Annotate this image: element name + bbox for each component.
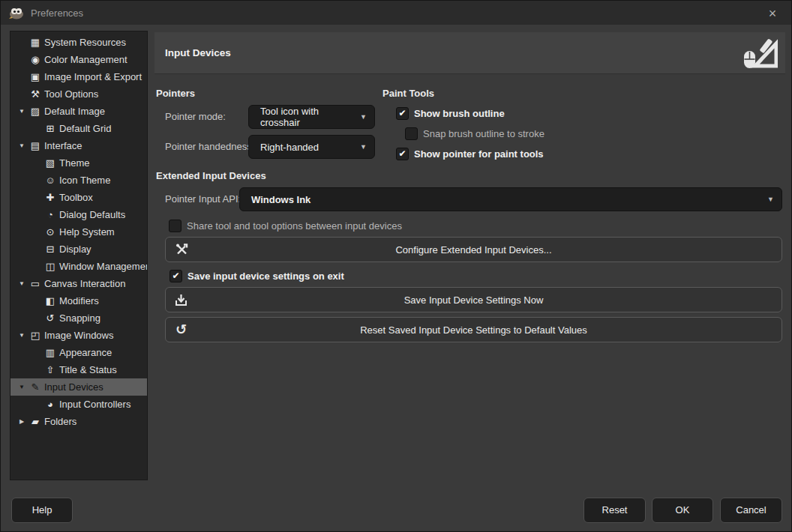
- sidebar-item-theme[interactable]: ▧Theme: [10, 154, 147, 172]
- sidebar-item-modifiers[interactable]: ◧Modifiers: [10, 292, 147, 309]
- sidebar-item-appearance[interactable]: ▥Appearance: [10, 344, 147, 361]
- toolbox-icon: ✚: [44, 189, 57, 206]
- button-label: Reset Saved Input Device Settings to Def…: [360, 324, 587, 336]
- pointer-mode-value: Tool icon with crosshair: [260, 106, 354, 128]
- check-icon: ✔: [398, 149, 406, 158]
- sidebar-item-label: System Resources: [44, 34, 126, 51]
- pointer-input-api-label: Pointer Input API:: [165, 187, 241, 211]
- sidebar-item-label: Color Management: [44, 51, 128, 68]
- pointer-mode-label: Pointer mode:: [165, 105, 226, 129]
- checkbox-label: Show brush outline: [414, 108, 505, 119]
- sidebar-item-label: Theme: [59, 154, 89, 172]
- sidebar-item-snapping[interactable]: ↺Snapping: [10, 309, 147, 327]
- checkbox-label: Share tool and tool options between inpu…: [187, 220, 402, 232]
- display-icon: ⊟: [44, 241, 57, 258]
- sidebar-item-label: Dialog Defaults: [59, 206, 125, 223]
- checkbox-label: Save input device settings on exit: [188, 270, 344, 282]
- sidebar-list: ▦System Resources◉Color Management▣Image…: [10, 34, 147, 430]
- preferences-category-list: ▦System Resources◉Color Management▣Image…: [10, 31, 148, 480]
- close-icon[interactable]: ×: [764, 5, 781, 22]
- help-button[interactable]: Help: [11, 498, 73, 523]
- sidebar-item-window-management[interactable]: ◫Window Management: [10, 258, 147, 275]
- check-icon: ✔: [172, 271, 179, 280]
- preferences-window: Preferences × ▦System Resources◉Color Ma…: [0, 0, 792, 532]
- sidebar-item-input-controllers[interactable]: ◕Input Controllers: [10, 396, 147, 413]
- sidebar-item-label: Window Management: [59, 258, 148, 275]
- expander-right-icon[interactable]: ▶: [15, 413, 28, 430]
- theme-icon: ▧: [44, 154, 57, 172]
- checkbox-snap-brush-outline[interactable]: ✔ Snap brush outline to stroke: [405, 126, 544, 141]
- checkbox-show-pointer-paint-tools[interactable]: ✔ Show pointer for paint tools: [396, 146, 544, 161]
- reset-icon: ↺: [176, 321, 187, 338]
- checkbox-share-tool-options[interactable]: ✔ Share tool and tool options between in…: [169, 218, 402, 233]
- checkbox-box[interactable]: ✔: [396, 148, 409, 160]
- sidebar-item-dialog-defaults[interactable]: ◔Dialog Defaults: [10, 206, 147, 223]
- reset-saved-input-device-settings-button[interactable]: ↺ Reset Saved Input Device Settings to D…: [165, 317, 782, 342]
- button-label: Configure Extended Input Devices...: [395, 244, 551, 256]
- tools-icon: [176, 244, 188, 256]
- sidebar-item-folders[interactable]: ▶▰Folders: [10, 413, 147, 430]
- image-import-export-icon: ▣: [28, 68, 42, 85]
- expander-down-icon[interactable]: ▼: [15, 378, 28, 396]
- sidebar-item-label: Toolbox: [59, 189, 93, 206]
- checkbox-box[interactable]: ✔: [169, 220, 182, 232]
- checkbox-show-brush-outline[interactable]: ✔ Show brush outline: [396, 106, 505, 121]
- sidebar-item-default-image[interactable]: ▼▨Default Image: [10, 103, 147, 120]
- checkbox-label: Snap brush outline to stroke: [423, 128, 544, 139]
- sidebar-item-interface[interactable]: ▼▤Interface: [10, 137, 147, 154]
- configure-extended-input-devices-button[interactable]: Configure Extended Input Devices...: [165, 237, 782, 262]
- sidebar-item-toolbox[interactable]: ✚Toolbox: [10, 189, 147, 206]
- color-management-icon: ◉: [28, 51, 42, 68]
- cancel-button[interactable]: Cancel: [720, 498, 782, 523]
- expander-down-icon[interactable]: ▼: [15, 137, 28, 154]
- sidebar-item-display[interactable]: ⊟Display: [10, 241, 147, 258]
- tool-options-icon: ⚒: [28, 85, 42, 103]
- pointer-handedness-dropdown[interactable]: Right-handed ▼: [248, 135, 375, 159]
- system-resources-icon: ▦: [28, 34, 42, 51]
- sidebar-item-canvas-interaction[interactable]: ▼▭Canvas Interaction: [10, 275, 147, 292]
- sidebar-item-color-management[interactable]: ◉Color Management: [10, 51, 147, 68]
- title-status-icon: ⇧: [44, 361, 57, 378]
- reset-button[interactable]: Reset: [584, 498, 646, 523]
- input-devices-icon: ✎: [28, 378, 42, 396]
- button-label: Save Input Device Settings Now: [404, 294, 544, 306]
- expander-down-icon[interactable]: ▼: [15, 275, 28, 292]
- titlebar: Preferences ×: [1, 1, 791, 25]
- pointer-input-api-dropdown[interactable]: Windows Ink ▼: [239, 187, 782, 211]
- pointer-handedness-label: Pointer handedness:: [165, 135, 254, 159]
- canvas-interaction-icon: ▭: [28, 275, 42, 292]
- pointers-heading: Pointers: [156, 88, 195, 99]
- checkbox-box[interactable]: ✔: [170, 270, 182, 282]
- sidebar-item-image-windows[interactable]: ▼◰Image Windows: [10, 327, 147, 344]
- page-header: Input Devices: [154, 32, 785, 74]
- checkbox-box[interactable]: ✔: [405, 127, 418, 140]
- sidebar-item-icon-theme[interactable]: ☺Icon Theme: [10, 172, 147, 189]
- pointer-input-api-value: Windows Ink: [251, 194, 310, 205]
- sidebar-item-label: Folders: [44, 413, 76, 430]
- modifiers-icon: ◧: [44, 292, 57, 309]
- sidebar-item-default-grid[interactable]: ⊞Default Grid: [10, 120, 147, 137]
- input-controllers-icon: ◕: [44, 396, 57, 413]
- sidebar-item-input-devices[interactable]: ▼✎Input Devices: [10, 378, 147, 396]
- sidebar-item-title-status[interactable]: ⇧Title & Status: [10, 361, 147, 378]
- pointer-mode-dropdown[interactable]: Tool icon with crosshair ▼: [248, 105, 375, 129]
- save-input-device-settings-now-button[interactable]: Save Input Device Settings Now: [165, 287, 782, 312]
- window-title: Preferences: [31, 7, 83, 19]
- expander-down-icon[interactable]: ▼: [15, 327, 28, 344]
- sidebar-item-system-resources[interactable]: ▦System Resources: [10, 34, 147, 51]
- chevron-down-icon: ▼: [360, 143, 367, 151]
- sidebar-item-image-import-export[interactable]: ▣Image Import & Export: [10, 68, 147, 85]
- ok-button[interactable]: OK: [652, 498, 713, 523]
- icon-theme-icon: ☺: [44, 172, 57, 189]
- checkbox-box[interactable]: ✔: [396, 107, 409, 120]
- checkbox-save-input-device-settings-on-exit[interactable]: ✔ Save input device settings on exit: [170, 268, 344, 283]
- sidebar-item-label: Input Devices: [44, 378, 104, 396]
- snapping-icon: ↺: [44, 309, 57, 327]
- gimp-wilber-icon: [8, 6, 25, 19]
- sidebar-item-help-system[interactable]: ⊙Help System: [10, 223, 147, 241]
- sidebar-item-tool-options[interactable]: ⚒Tool Options: [10, 85, 147, 103]
- expander-down-icon[interactable]: ▼: [15, 103, 28, 120]
- paint-tools-heading: Paint Tools: [382, 88, 434, 99]
- checkbox-label: Show pointer for paint tools: [414, 148, 544, 160]
- sidebar-item-label: Icon Theme: [59, 172, 110, 189]
